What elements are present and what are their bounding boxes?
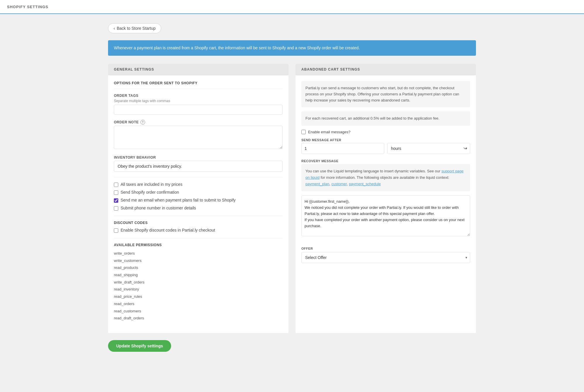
- abandoned-info-text-2: For each recovered cart, an additional 0…: [305, 116, 439, 120]
- checkbox-taxes-input[interactable]: [114, 183, 118, 187]
- checkbox-phone-label: Submit phone number in customer details: [121, 206, 196, 210]
- checkbox-confirmation-input[interactable]: [114, 190, 118, 195]
- checkbox-discount-input[interactable]: [114, 228, 118, 233]
- checkbox-email-failure: Send me an email when payment plans fail…: [114, 198, 283, 203]
- permissions-title: AVAILABLE PERMISSIONS: [114, 243, 283, 247]
- recovery-message-label: RECOVERY MESSAGE: [301, 159, 470, 163]
- list-item: write_customers: [114, 257, 283, 265]
- list-item: read_shipping: [114, 272, 283, 279]
- abandoned-cart-panel: ABANDONED CART SETTINGS Partial.ly can s…: [296, 64, 476, 333]
- inventory-behavior-label: INVENTORY BEHAVIOR: [114, 155, 283, 160]
- enable-email-row: Enable email messages?: [301, 130, 470, 134]
- order-note-textarea[interactable]: [114, 126, 283, 149]
- order-tags-label: ORDER TAGS: [114, 94, 283, 98]
- list-item: read_draft_orders: [114, 315, 283, 322]
- checkbox-confirmation: Send Shopify order confirmation: [114, 190, 283, 195]
- checkbox-discount-label: Enable Shopify discount codes in Partial…: [121, 228, 215, 232]
- inventory-behavior-group: INVENTORY BEHAVIOR Obey the product's in…: [114, 155, 283, 172]
- send-after-row: hours minutes days ▾: [301, 143, 470, 154]
- update-shopify-button[interactable]: Update Shopify settings: [108, 340, 171, 352]
- order-tags-sublabel: Separate multiple tags with commas: [114, 99, 283, 103]
- general-settings-title: GENERAL SETTINGS: [114, 67, 154, 71]
- order-tags-label-text: ORDER TAGS: [114, 94, 138, 98]
- order-tags-input[interactable]: [114, 105, 283, 115]
- send-after-unit-select[interactable]: hours minutes days: [387, 143, 470, 154]
- abandoned-info-box-2: For each recovered cart, an additional 0…: [301, 111, 470, 126]
- order-tags-group: ORDER TAGS Separate multiple tags with c…: [114, 94, 283, 115]
- order-note-group: ORDER NOTE ?: [114, 120, 283, 150]
- enable-email-label: Enable email messages?: [308, 130, 350, 134]
- order-options-title: OPTIONS FOR THE ORDER SENT TO SHOPIFY: [114, 81, 283, 89]
- checkbox-taxes-label: All taxes are included in my prices: [121, 182, 182, 187]
- abandoned-cart-title: ABANDONED CART SETTINGS: [301, 67, 360, 71]
- checkbox-phone: Submit phone number in customer details: [114, 206, 283, 211]
- checkbox-phone-input[interactable]: [114, 206, 118, 211]
- send-after-value-input[interactable]: [301, 143, 384, 154]
- list-item: write_orders: [114, 250, 283, 257]
- list-item: read_price_rules: [114, 293, 283, 300]
- recovery-info-box: You can use the Liquid templating langua…: [301, 164, 470, 191]
- back-button[interactable]: ‹ Back to Store Startup: [108, 23, 161, 33]
- divider-3: [114, 238, 283, 238]
- permissions-list: write_orders write_customers read_produc…: [114, 250, 283, 322]
- offer-select[interactable]: Select Offer: [301, 252, 470, 263]
- inventory-behavior-select-wrapper: Obey the product's inventory policy. Byp…: [114, 161, 283, 172]
- offer-group: OFFER Select Offer ▾: [301, 247, 470, 263]
- checkbox-confirmation-label: Send Shopify order confirmation: [121, 190, 179, 195]
- list-item: read_inventory: [114, 286, 283, 293]
- recovery-message-group: RECOVERY MESSAGE You can use the Liquid …: [301, 159, 470, 242]
- checkbox-email-failure-label: Send me an email when payment plans fail…: [121, 198, 236, 202]
- payment-plan-link[interactable]: payment_plan: [305, 182, 329, 186]
- order-note-info-icon[interactable]: ?: [140, 120, 145, 125]
- list-item: read_orders: [114, 300, 283, 308]
- abandoned-info-text-1: Partial.ly can send a message to custome…: [305, 86, 459, 102]
- abandoned-info-box-1: Partial.ly can send a message to custome…: [301, 81, 470, 107]
- recovery-message-textarea[interactable]: Hi {{customer.first_name}}, We noticed y…: [301, 195, 470, 236]
- back-button-label: Back to Store Startup: [117, 26, 156, 31]
- update-button-label: Update Shopify settings: [116, 344, 163, 348]
- offer-select-wrapper: Select Offer ▾: [301, 252, 470, 263]
- page-content: ‹ Back to Store Startup Whenever a payme…: [96, 14, 488, 361]
- checkboxes-group: All taxes are included in my prices Send…: [114, 182, 283, 211]
- general-settings-header: GENERAL SETTINGS: [108, 64, 288, 75]
- list-item: write_draft_orders: [114, 279, 283, 286]
- send-after-label: SEND MESSAGE AFTER: [301, 138, 470, 142]
- support-link[interactable]: support page on liquid: [305, 169, 464, 180]
- inventory-behavior-select[interactable]: Obey the product's inventory policy. Byp…: [114, 161, 283, 172]
- offer-label: OFFER: [301, 247, 470, 250]
- discount-codes-title: DISCOUNT CODES: [114, 221, 283, 225]
- order-note-label: ORDER NOTE ?: [114, 120, 283, 125]
- checkbox-discount: Enable Shopify discount codes in Partial…: [114, 228, 283, 233]
- permissions-group: AVAILABLE PERMISSIONS write_orders write…: [114, 243, 283, 322]
- abandoned-cart-header: ABANDONED CART SETTINGS: [296, 64, 476, 75]
- general-settings-panel: GENERAL SETTINGS OPTIONS FOR THE ORDER S…: [108, 64, 288, 333]
- list-item: read_customers: [114, 308, 283, 315]
- checkbox-taxes: All taxes are included in my prices: [114, 182, 283, 187]
- send-after-unit-wrapper: hours minutes days ▾: [387, 143, 470, 154]
- divider-1: [114, 177, 283, 177]
- customer-link[interactable]: customer: [331, 182, 347, 186]
- info-banner-text: Whenever a payment plan is created from …: [114, 46, 360, 50]
- two-col-layout: GENERAL SETTINGS OPTIONS FOR THE ORDER S…: [108, 64, 476, 333]
- abandoned-cart-body: Partial.ly can send a message to custome…: [296, 75, 476, 274]
- order-note-label-text: ORDER NOTE: [114, 120, 139, 124]
- general-settings-body: OPTIONS FOR THE ORDER SENT TO SHOPIFY OR…: [108, 75, 288, 333]
- payment-schedule-link[interactable]: payment_schedule: [349, 182, 381, 186]
- divider-2: [114, 216, 283, 216]
- discount-codes-group: DISCOUNT CODES Enable Shopify discount c…: [114, 221, 283, 233]
- checkbox-email-failure-input[interactable]: [114, 198, 118, 203]
- enable-email-checkbox[interactable]: [301, 130, 306, 134]
- send-after-group: SEND MESSAGE AFTER hours minutes days ▾: [301, 138, 470, 154]
- info-banner: Whenever a payment plan is created from …: [108, 40, 476, 56]
- back-arrow-icon: ‹: [114, 26, 115, 31]
- list-item: read_products: [114, 264, 283, 272]
- top-bar: SHOPIFY SETTINGS: [0, 0, 584, 14]
- page-title: SHOPIFY SETTINGS: [7, 5, 48, 9]
